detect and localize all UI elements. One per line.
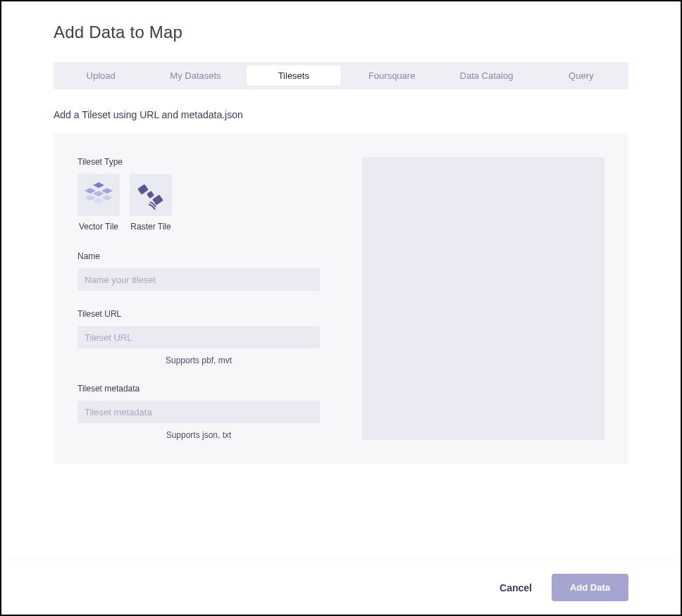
- tileset-type-options: Vector Tile: [78, 174, 320, 232]
- vector-tile-icon-box: [78, 174, 120, 216]
- tileset-subtitle: Add a Tileset using URL and metadata.jso…: [54, 109, 628, 120]
- add-data-modal: Add Data to Map Upload My Datasets Tiles…: [1, 1, 681, 615]
- form-column: Tileset Type: [78, 157, 320, 440]
- svg-marker-6: [93, 198, 104, 203]
- tab-data-catalog[interactable]: Data Catalog: [439, 62, 533, 89]
- svg-marker-5: [101, 195, 113, 201]
- tileset-name-input[interactable]: [78, 268, 320, 291]
- name-label: Name: [78, 251, 320, 261]
- tileset-preview: [362, 157, 604, 440]
- tab-label: Data Catalog: [460, 70, 514, 81]
- url-hint: Supports pbf, mvt: [78, 356, 320, 365]
- tileset-form-panel: Tileset Type: [54, 133, 628, 464]
- vector-tile-icon: [83, 181, 114, 209]
- tab-tilesets[interactable]: Tilesets: [247, 65, 341, 86]
- tab-label: Upload: [87, 70, 116, 81]
- field-name: Name: [78, 251, 320, 291]
- svg-marker-2: [101, 188, 113, 194]
- svg-marker-3: [93, 191, 104, 196]
- tab-label: Query: [569, 70, 593, 81]
- tileset-metadata-input[interactable]: [78, 401, 320, 423]
- svg-rect-9: [147, 191, 154, 199]
- vector-tile-label: Vector Tile: [79, 222, 118, 232]
- raster-tile-label: Raster Tile: [130, 222, 170, 232]
- svg-marker-4: [85, 195, 96, 201]
- tab-query[interactable]: Query: [534, 62, 628, 89]
- tab-foursquare[interactable]: Foursquare: [345, 62, 439, 89]
- tab-label: My Datasets: [170, 70, 221, 81]
- svg-marker-0: [93, 182, 104, 188]
- tileset-type-vector[interactable]: Vector Tile: [78, 174, 120, 232]
- tab-upload[interactable]: Upload: [54, 62, 148, 89]
- add-data-button[interactable]: Add Data: [552, 574, 628, 601]
- url-label: Tileset URL: [78, 309, 320, 319]
- field-metadata: Tileset metadata Supports json, txt: [78, 384, 320, 440]
- tab-label: Tilesets: [278, 70, 309, 81]
- svg-rect-8: [152, 194, 163, 205]
- modal-footer: Cancel Add Data: [1, 560, 681, 615]
- metadata-hint: Supports json, txt: [78, 430, 320, 440]
- tileset-url-input[interactable]: [78, 326, 320, 348]
- cancel-button[interactable]: Cancel: [500, 582, 532, 593]
- satellite-icon: [135, 179, 167, 211]
- tab-my-datasets[interactable]: My Datasets: [148, 62, 242, 89]
- raster-tile-icon-box: [130, 174, 172, 216]
- tileset-type-raster[interactable]: Raster Tile: [130, 174, 172, 232]
- tileset-type-label: Tileset Type: [78, 157, 320, 167]
- svg-marker-1: [85, 188, 96, 194]
- data-source-tabs: Upload My Datasets Tilesets Foursquare D…: [54, 62, 628, 89]
- modal-title: Add Data to Map: [54, 23, 628, 42]
- metadata-label: Tileset metadata: [78, 384, 320, 394]
- field-url: Tileset URL Supports pbf, mvt: [78, 309, 320, 365]
- svg-rect-7: [137, 184, 149, 194]
- tab-label: Foursquare: [368, 70, 415, 81]
